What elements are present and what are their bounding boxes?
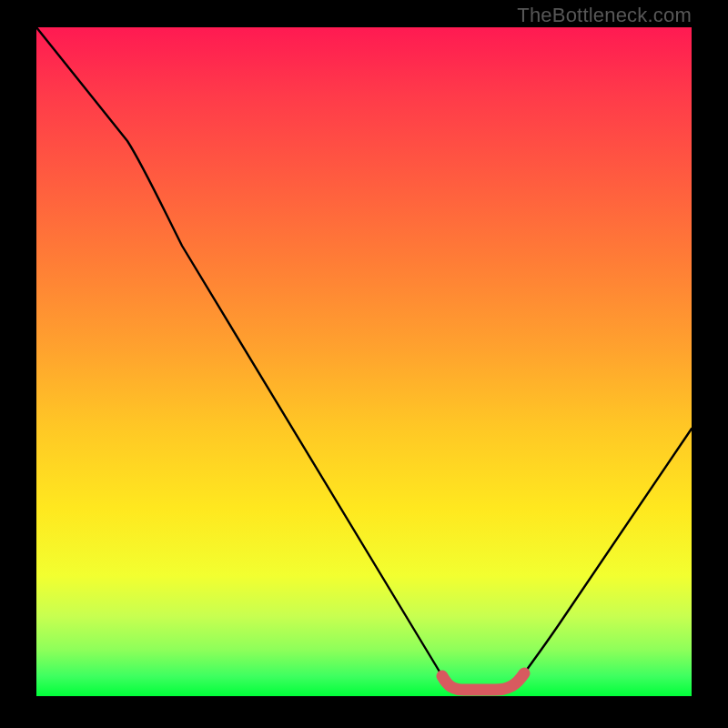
watermark-text: TheBottleneck.com [517,4,692,27]
bottleneck-curve [36,27,692,690]
chart-svg [36,27,692,696]
chart-frame: TheBottleneck.com [0,0,728,728]
plot-area [36,27,692,696]
optimal-range-highlight [442,673,524,690]
